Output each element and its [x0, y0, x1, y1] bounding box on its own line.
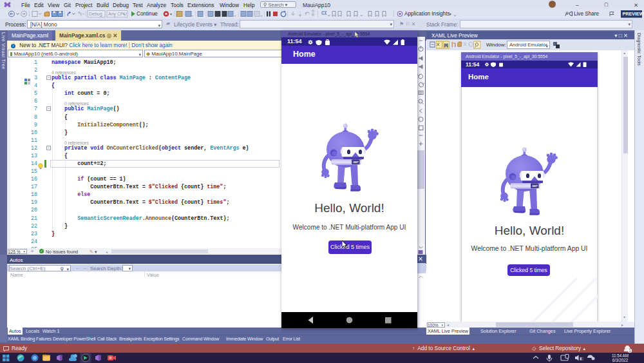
svg-text:1: 1 — [629, 348, 631, 353]
svg-text:▾: ▾ — [123, 12, 125, 16]
svg-text:▾: ▾ — [170, 12, 172, 16]
svg-text:▾: ▾ — [450, 12, 451, 16]
svg-text:6/3/2022: 6/3/2022 — [612, 358, 629, 362]
svg-text:Live Share: Live Share — [574, 11, 600, 17]
svg-text:◧: ◧ — [580, 357, 583, 360]
svg-text:Application Insights: Application Insights — [404, 11, 450, 17]
svg-text:PREVIEW: PREVIEW — [623, 11, 644, 17]
svg-text:Debug: Debug — [89, 12, 102, 17]
svg-text:▾: ▾ — [153, 12, 155, 16]
svg-text:11:54 AM: 11:54 AM — [612, 353, 629, 358]
svg-text:[A]: [A] — [444, 43, 448, 47]
